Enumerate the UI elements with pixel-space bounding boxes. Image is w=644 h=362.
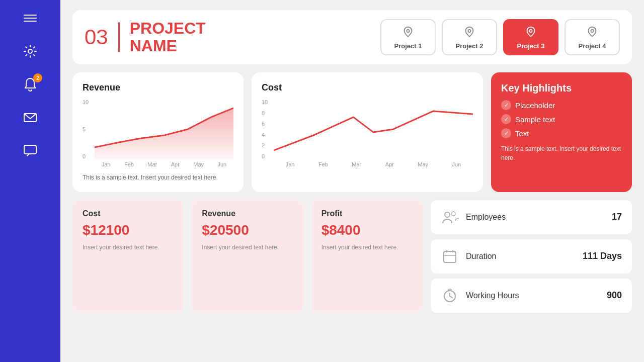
cost-y-labels: 1086420	[262, 99, 268, 159]
working-hours-row: Working Hours 900	[431, 279, 632, 313]
profit-stat-desc: Insert your desired text here.	[321, 243, 413, 252]
notification-badge: 2	[33, 73, 42, 82]
revenue-title: Revenue	[83, 82, 233, 93]
revenue-chart: 1050	[83, 99, 233, 159]
employees-icon	[441, 208, 459, 226]
revenue-y-labels: 1050	[83, 99, 89, 159]
highlight-item-1: ✓ Placeholder	[501, 100, 622, 110]
charts-row: Revenue 1050 JanFebMarApr	[72, 72, 632, 192]
highlights-title: Key Highlights	[501, 82, 622, 94]
main-content: 03 PROJECT NAME Project 1	[60, 0, 644, 362]
highlights-list: ✓ Placeholder ✓ Sample text ✓ Text	[501, 100, 622, 138]
svg-point-3	[28, 49, 32, 53]
sidebar: 2	[0, 0, 60, 362]
profit-stat-value: $8400	[321, 222, 413, 238]
right-stats-panel: Employees 17 Duration 111 Days	[431, 200, 632, 313]
settings-icon[interactable]	[22, 43, 38, 61]
tab-4-label: Project 4	[579, 42, 606, 50]
svg-point-7	[468, 29, 470, 32]
svg-line-18	[450, 296, 452, 298]
tab-1-label: Project 1	[394, 42, 422, 50]
stats-row: Cost $12100 Insert your desired text her…	[72, 200, 632, 313]
header-bar: 03 PROJECT NAME Project 1	[72, 10, 632, 64]
check-icon-2: ✓	[501, 114, 511, 124]
tab-3-label: Project 3	[517, 42, 545, 50]
cost-title: Cost	[262, 82, 473, 93]
profit-stat-label: Profit	[321, 209, 413, 218]
chat-icon[interactable]	[22, 143, 38, 161]
cost-stat-label: Cost	[83, 209, 174, 218]
mail-icon[interactable]	[22, 110, 38, 128]
highlight-item-2: ✓ Sample text	[501, 114, 622, 124]
revenue-stat-card: Revenue $20500 Insert your desired text …	[192, 200, 303, 313]
header-divider	[118, 22, 120, 52]
cost-stat-card: Cost $12100 Insert your desired text her…	[72, 200, 184, 313]
cost-stat-value: $12100	[83, 222, 174, 238]
clock-icon	[441, 287, 459, 305]
highlights-card: Key Highlights ✓ Placeholder ✓ Sample te…	[491, 72, 632, 192]
tab-project-2[interactable]: Project 2	[442, 19, 497, 55]
duration-row: Duration 111 Days	[431, 239, 632, 274]
svg-point-9	[591, 29, 593, 32]
tab-project-1[interactable]: Project 1	[380, 19, 436, 55]
employees-row: Employees 17	[431, 200, 632, 234]
check-icon-3: ✓	[501, 128, 511, 138]
cost-chart: 1086420	[262, 99, 473, 159]
menu-icon[interactable]	[22, 10, 38, 28]
project-tabs: Project 1 Project 2 Project 3	[380, 19, 620, 55]
cost-card: Cost 1086420 JanFebMarAprMayJun	[252, 72, 483, 192]
svg-rect-12	[444, 251, 456, 262]
duration-label: Duration	[466, 252, 576, 261]
check-icon-1: ✓	[501, 100, 511, 110]
revenue-x-labels: JanFebMarAprMayJun	[95, 161, 233, 167]
revenue-card: Revenue 1050 JanFebMarApr	[72, 72, 244, 192]
profit-stat-card: Profit $8400 Insert your desired text he…	[311, 200, 423, 313]
svg-point-11	[451, 212, 455, 216]
revenue-stat-label: Revenue	[202, 209, 293, 218]
tab-2-label: Project 2	[456, 42, 484, 50]
cost-stat-desc: Insert your desired text here.	[83, 243, 174, 252]
highlight-item-3: ✓ Text	[501, 128, 622, 138]
highlights-description: This is a sample text. Insert your desir…	[501, 144, 622, 162]
working-hours-label: Working Hours	[466, 291, 600, 300]
duration-value: 111 Days	[583, 251, 622, 261]
duration-icon	[441, 247, 459, 265]
cost-x-labels: JanFebMarAprMayJun	[274, 161, 473, 167]
notifications-icon[interactable]: 2	[22, 76, 38, 95]
svg-point-10	[445, 212, 450, 217]
revenue-stat-desc: Insert your desired text here.	[202, 243, 293, 252]
tab-project-4[interactable]: Project 4	[565, 19, 620, 55]
svg-point-8	[529, 29, 532, 32]
employees-label: Employees	[466, 213, 605, 222]
working-hours-value: 900	[607, 290, 622, 301]
revenue-stat-value: $20500	[202, 222, 293, 238]
project-name: PROJECT NAME	[130, 20, 206, 55]
svg-rect-5	[24, 145, 36, 154]
revenue-description: This is a sample text. Insert your desir…	[83, 173, 233, 182]
project-number: 03	[85, 25, 108, 49]
employees-value: 17	[612, 212, 622, 222]
svg-point-6	[407, 29, 409, 32]
tab-project-3[interactable]: Project 3	[503, 19, 558, 55]
project-id-section: 03 PROJECT NAME	[85, 20, 206, 55]
